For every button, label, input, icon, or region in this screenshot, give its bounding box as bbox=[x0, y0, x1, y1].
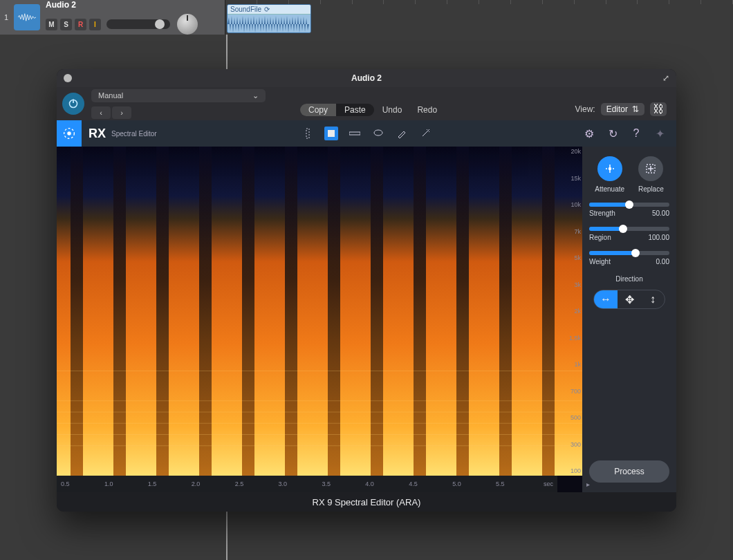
volume-slider[interactable] bbox=[106, 19, 170, 29]
svg-rect-20 bbox=[542, 147, 555, 476]
weight-label: Weight bbox=[589, 258, 611, 265]
svg-rect-6 bbox=[349, 132, 360, 135]
link-button[interactable]: ⛓ bbox=[650, 102, 667, 116]
chevron-down-icon: ⌄ bbox=[252, 91, 259, 100]
svg-rect-10 bbox=[113, 147, 126, 476]
tool-tf-select[interactable] bbox=[324, 127, 338, 140]
replace-label: Replace bbox=[638, 185, 664, 193]
window-titlebar[interactable]: Audio 2 ⤢ bbox=[57, 69, 676, 87]
disclosure-icon[interactable]: ▸ bbox=[586, 480, 590, 488]
timeline[interactable]: SoundFile ⟳ bbox=[225, 0, 733, 35]
direction-horizontal[interactable]: ↔ bbox=[594, 290, 618, 308]
svg-rect-14 bbox=[285, 147, 297, 476]
record-button[interactable]: R bbox=[75, 19, 86, 30]
track-area: 1 Audio 2 M S R I SoundFile ⟳ bbox=[0, 0, 733, 41]
param-region[interactable]: Region100.00 bbox=[589, 227, 669, 241]
view-value: Editor bbox=[606, 104, 628, 114]
settings-icon[interactable]: ⚙ bbox=[582, 127, 596, 140]
track-header[interactable]: 1 Audio 2 M S R I bbox=[0, 0, 225, 35]
svg-rect-16 bbox=[371, 147, 383, 476]
prev-preset-button[interactable]: ‹ bbox=[91, 106, 111, 119]
region-waveform bbox=[228, 15, 310, 33]
rx-side-panel: Attenuate Replace Strength50.00 Region10… bbox=[582, 147, 676, 492]
loop-icon: ⟳ bbox=[264, 6, 270, 13]
track-name[interactable]: Audio 2 bbox=[46, 0, 225, 10]
up-down-icon: ⇅ bbox=[632, 104, 639, 114]
plugin-window: Audio 2 ⤢ Manual ⌄ ‹ › Copy Paste Undo R… bbox=[57, 69, 676, 512]
rx-logo-icon bbox=[57, 120, 82, 147]
param-weight[interactable]: Weight0.00 bbox=[589, 251, 669, 265]
undo-button[interactable]: Undo bbox=[375, 104, 409, 116]
input-monitor-button[interactable]: I bbox=[89, 19, 101, 30]
redo-button[interactable]: Redo bbox=[410, 104, 444, 116]
tool-lasso[interactable] bbox=[371, 127, 385, 140]
view-label: View: bbox=[575, 104, 595, 114]
direction-label: Direction bbox=[589, 275, 669, 283]
region-name: SoundFile bbox=[230, 6, 261, 13]
plugin-footer: RX 9 Spectral Editor (ARA) bbox=[57, 492, 676, 512]
svg-rect-18 bbox=[456, 147, 469, 476]
svg-point-27 bbox=[609, 168, 611, 170]
mode-attenuate[interactable]: Attenuate bbox=[595, 156, 624, 193]
tool-time-select[interactable] bbox=[301, 127, 315, 140]
spectrogram[interactable]: 20k15k10k7k5k3k2k1.5k1k700500300100 0.51… bbox=[57, 147, 582, 492]
repair-icon[interactable]: ✦ bbox=[653, 127, 667, 140]
region-label: Region bbox=[589, 234, 611, 241]
tool-brush[interactable] bbox=[395, 127, 409, 140]
process-button[interactable]: Process bbox=[589, 460, 669, 483]
plugin-toolbar: Manual ⌄ ‹ › Copy Paste Undo Redo View: … bbox=[57, 87, 676, 120]
view-dropdown[interactable]: Editor ⇅ bbox=[601, 103, 644, 115]
help-icon[interactable]: ? bbox=[629, 127, 643, 140]
preset-label: Manual bbox=[98, 91, 123, 100]
direction-vertical[interactable]: ↕ bbox=[641, 290, 665, 308]
tool-wand[interactable] bbox=[418, 127, 432, 140]
svg-rect-12 bbox=[199, 147, 212, 476]
rx-header: RX Spectral Editor ⚙ ↻ ? ✦ bbox=[57, 120, 676, 147]
region-value: 100.00 bbox=[648, 234, 669, 241]
weight-value: 0.00 bbox=[656, 258, 669, 265]
svg-rect-11 bbox=[156, 147, 169, 476]
mute-button[interactable]: M bbox=[46, 19, 57, 30]
power-button[interactable] bbox=[62, 93, 84, 115]
close-dot[interactable] bbox=[64, 74, 72, 82]
window-title: Audio 2 bbox=[351, 73, 382, 83]
svg-rect-19 bbox=[499, 147, 512, 476]
expand-icon[interactable]: ⤢ bbox=[662, 73, 669, 83]
param-strength[interactable]: Strength50.00 bbox=[589, 203, 669, 217]
svg-rect-17 bbox=[414, 147, 426, 476]
attenuate-icon bbox=[597, 156, 622, 181]
attenuate-label: Attenuate bbox=[595, 185, 624, 193]
history-icon[interactable]: ↻ bbox=[606, 127, 620, 140]
rx-brand: RX bbox=[89, 127, 106, 141]
replace-icon bbox=[638, 156, 663, 181]
svg-rect-5 bbox=[328, 130, 335, 137]
svg-rect-4 bbox=[306, 129, 309, 138]
tool-freq-select[interactable] bbox=[348, 127, 362, 140]
svg-point-2 bbox=[67, 131, 71, 136]
time-axis: 0.51.01.52.02.53.03.54.04.55.05.5sec bbox=[57, 476, 557, 492]
paste-button[interactable]: Paste bbox=[336, 104, 374, 116]
track-type-icon[interactable] bbox=[14, 4, 40, 30]
copy-button[interactable]: Copy bbox=[300, 104, 336, 116]
svg-rect-9 bbox=[71, 147, 83, 476]
svg-point-7 bbox=[374, 130, 382, 136]
next-preset-button[interactable]: › bbox=[112, 106, 131, 119]
rx-subtitle: Spectral Editor bbox=[111, 130, 157, 138]
strength-value: 50.00 bbox=[652, 209, 669, 217]
svg-rect-15 bbox=[328, 147, 340, 476]
solo-button[interactable]: S bbox=[60, 19, 72, 30]
direction-toggle[interactable]: ↔ ✥ ↕ bbox=[593, 290, 665, 309]
direction-both[interactable]: ✥ bbox=[618, 290, 641, 308]
preset-dropdown[interactable]: Manual ⌄ bbox=[91, 89, 266, 102]
strength-label: Strength bbox=[589, 209, 615, 217]
pan-knob[interactable] bbox=[177, 14, 198, 35]
audio-region[interactable]: SoundFile ⟳ bbox=[227, 4, 311, 33]
svg-rect-13 bbox=[242, 147, 254, 476]
mode-replace[interactable]: Replace bbox=[638, 156, 664, 193]
track-number: 1 bbox=[0, 13, 12, 21]
